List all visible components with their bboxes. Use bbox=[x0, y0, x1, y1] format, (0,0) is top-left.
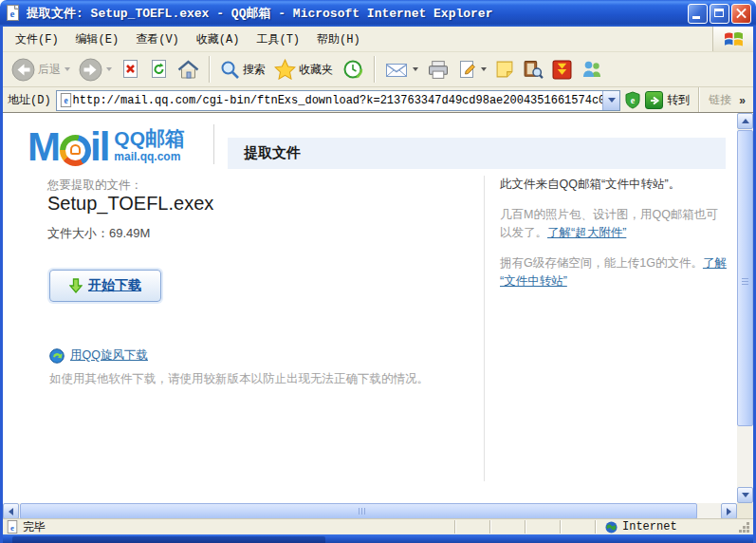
scroll-left-button[interactable] bbox=[3, 503, 19, 519]
notes-button[interactable] bbox=[492, 58, 517, 81]
info-sidebar: 此文件来自QQ邮箱“文件中转站”。 几百M的照片包、设计图，用QQ邮箱也可以发了… bbox=[500, 176, 729, 303]
close-button[interactable] bbox=[731, 4, 751, 24]
address-label: 地址(D) bbox=[8, 92, 51, 108]
overflow-chevron-icon[interactable]: » bbox=[739, 94, 746, 107]
taskbar-button[interactable] bbox=[12, 536, 325, 543]
back-dropdown-icon[interactable] bbox=[65, 67, 70, 71]
logo-bell-icon bbox=[70, 144, 81, 155]
status-pane bbox=[560, 520, 595, 534]
address-input[interactable]: e http://mail.qq.com/cgi-bin/ftnExs_down… bbox=[56, 90, 621, 111]
internet-globe-icon bbox=[605, 521, 618, 534]
svg-text:e: e bbox=[10, 523, 14, 533]
logo-domain: mail.qq.com bbox=[114, 150, 185, 163]
file-prompt-label: 您要提取的文件： bbox=[47, 178, 142, 194]
status-pane bbox=[525, 520, 560, 534]
mail-button[interactable] bbox=[382, 59, 421, 81]
print-button[interactable] bbox=[424, 58, 452, 82]
research-button[interactable] bbox=[520, 57, 546, 82]
vertical-scroll-thumb[interactable] bbox=[737, 130, 753, 426]
scrollbar-corner bbox=[737, 503, 753, 519]
forward-icon bbox=[79, 58, 102, 82]
print-icon bbox=[427, 60, 450, 80]
address-url[interactable]: http://mail.qq.com/cgi-bin/ftnExs_downlo… bbox=[73, 94, 603, 107]
horizontal-scrollbar[interactable] bbox=[3, 503, 737, 519]
scroll-up-button[interactable] bbox=[737, 113, 753, 129]
favorites-label: 收藏夹 bbox=[299, 62, 333, 78]
menu-help[interactable]: 帮助(H) bbox=[308, 28, 369, 51]
download-note: 如使用其他软件下载，请使用较新版本以防止出现无法正确下载的情况。 bbox=[49, 371, 429, 387]
flashget-icon bbox=[552, 60, 572, 80]
status-pane bbox=[454, 520, 489, 534]
svg-text:e: e bbox=[631, 95, 636, 105]
home-icon bbox=[177, 60, 199, 80]
refresh-button[interactable] bbox=[146, 57, 172, 82]
ie-document-icon: e bbox=[6, 520, 19, 534]
column-divider bbox=[484, 176, 485, 481]
start-download-button[interactable]: 开始下载 bbox=[49, 270, 161, 302]
menu-edit[interactable]: 编辑(E) bbox=[67, 28, 128, 51]
history-button[interactable] bbox=[339, 56, 367, 83]
maximize-button[interactable] bbox=[710, 4, 729, 24]
menu-file[interactable]: 文件(F) bbox=[7, 28, 67, 51]
xuanfeng-download-row[interactable]: 用QQ旋风下载 bbox=[49, 347, 148, 364]
logo-letter-m: M bbox=[28, 125, 59, 169]
scroll-right-button[interactable] bbox=[721, 503, 737, 519]
qqmail-logo[interactable]: M il QQ邮箱 mail.qq.com bbox=[28, 125, 185, 169]
taskbar-strip bbox=[3, 534, 753, 543]
home-button[interactable] bbox=[175, 58, 202, 82]
stop-icon bbox=[120, 59, 140, 80]
qq-xuanfeng-icon bbox=[49, 348, 65, 364]
forward-button[interactable] bbox=[76, 56, 115, 84]
header-divider bbox=[213, 124, 214, 164]
qqmail-page: M il QQ邮箱 mail.qq.com 提取文件 您要提取的文件： Setu… bbox=[3, 113, 737, 503]
menu-favorites[interactable]: 收藏(A) bbox=[188, 28, 249, 51]
menu-tools[interactable]: 工具(T) bbox=[248, 28, 308, 51]
history-icon bbox=[341, 58, 364, 81]
big-attachment-paragraph: 几百M的照片包、设计图，用QQ邮箱也可以发了。了解“超大附件” bbox=[500, 206, 729, 242]
windows-flag-icon bbox=[724, 29, 744, 49]
horizontal-scroll-thumb[interactable] bbox=[20, 503, 697, 519]
menu-view[interactable]: 查看(V) bbox=[127, 28, 188, 51]
start-download-label: 开始下载 bbox=[88, 277, 141, 294]
ie-document-icon: e bbox=[59, 93, 73, 107]
browser-window: e 提取文件: Setup_TOEFL.exex - QQ邮箱 - Micros… bbox=[0, 0, 756, 543]
forward-dropdown-icon[interactable] bbox=[106, 67, 112, 71]
messenger-button[interactable] bbox=[578, 58, 607, 81]
go-button[interactable]: 转到 bbox=[645, 91, 690, 109]
favorites-button[interactable]: 收藏夹 bbox=[271, 57, 336, 82]
edit-button[interactable] bbox=[455, 58, 489, 82]
back-button[interactable]: 后退 bbox=[9, 56, 73, 84]
minimize-button[interactable] bbox=[688, 4, 708, 24]
refresh-icon bbox=[149, 59, 169, 80]
resize-grip[interactable] bbox=[737, 520, 750, 534]
edit-dropdown-icon[interactable] bbox=[481, 67, 487, 71]
scroll-down-button[interactable] bbox=[737, 487, 753, 503]
logo-mail-wordmark: M il bbox=[28, 125, 108, 169]
logo-swirl-icon bbox=[60, 135, 91, 166]
file-name: Setup_TOEFL.exex bbox=[47, 193, 213, 215]
links-label[interactable]: 链接 bbox=[709, 92, 731, 108]
windows-logo bbox=[712, 27, 753, 51]
mail-dropdown-icon[interactable] bbox=[413, 67, 418, 71]
go-arrow-icon bbox=[645, 91, 663, 109]
download-manager-button[interactable] bbox=[549, 58, 575, 82]
big-attachment-link[interactable]: 了解“超大附件” bbox=[547, 226, 626, 239]
search-button[interactable]: 搜索 bbox=[217, 58, 268, 82]
transfer-station-paragraph: 拥有G级存储空间，能上传1G的文件。了解“文件中转站” bbox=[500, 254, 729, 290]
page-title: 提取文件 bbox=[228, 138, 726, 169]
xuanfeng-download-link[interactable]: 用QQ旋风下载 bbox=[70, 347, 148, 364]
mail-icon bbox=[385, 61, 409, 79]
svg-text:e: e bbox=[64, 96, 67, 105]
address-bar: 地址(D) e http://mail.qq.com/cgi-bin/ftnEx… bbox=[3, 87, 753, 113]
note-icon bbox=[495, 60, 514, 79]
vertical-scrollbar[interactable] bbox=[737, 113, 753, 503]
logo-letters-il: il bbox=[90, 125, 108, 169]
ie-document-icon: e bbox=[5, 5, 22, 22]
standard-toolbar: 后退 bbox=[3, 52, 753, 87]
stop-button[interactable] bbox=[118, 57, 143, 82]
security-zone-pane: Internet bbox=[595, 520, 737, 534]
favorites-star-icon bbox=[274, 59, 296, 80]
address-dropdown-button[interactable] bbox=[602, 91, 619, 110]
edit-icon bbox=[458, 60, 477, 80]
file-size: 文件大小：69.49M bbox=[47, 225, 150, 242]
